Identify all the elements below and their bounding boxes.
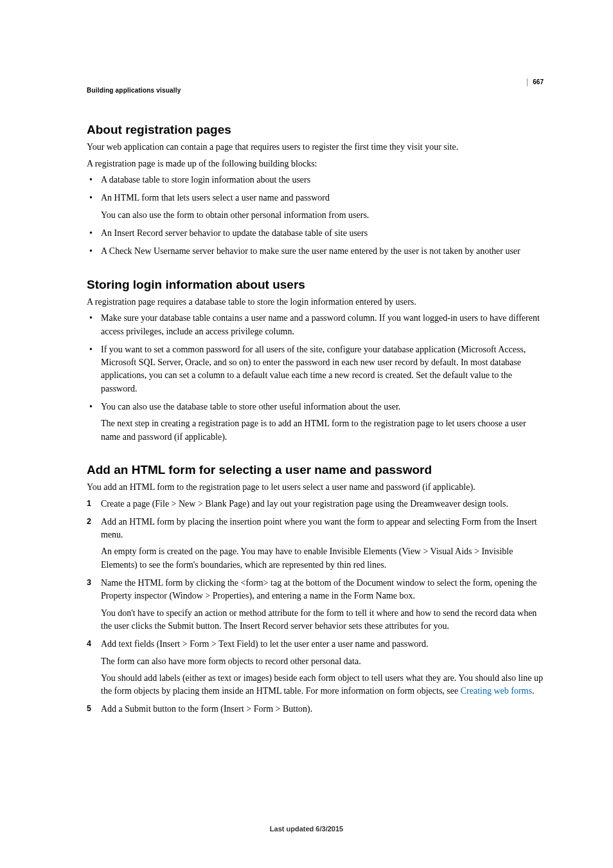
bullet-list: •A database table to store login informa… (87, 174, 544, 258)
page-number: 667 (527, 78, 544, 86)
body-text: A registration page is made up of the fo… (87, 158, 544, 170)
body-text: Your web application can contain a page … (87, 141, 544, 154)
list-subtext: An empty form is created on the page. Yo… (101, 545, 544, 572)
bullet-icon: • (89, 192, 93, 204)
list-item: •A database table to store login informa… (87, 174, 544, 186)
link-creating-web-forms[interactable]: Creating web forms (461, 686, 532, 696)
list-subtext: You can also use the form to obtain othe… (101, 209, 544, 222)
heading-about-registration: About registration pages (87, 123, 544, 137)
bullet-icon: • (89, 245, 93, 258)
list-subtext: The form can also have more form objects… (101, 655, 544, 668)
list-item: 2Add an HTML form by placing the inserti… (87, 516, 544, 572)
list-subtext: The next step in creating a registration… (101, 417, 544, 444)
numbered-list: 1Create a page (File > New > Blank Page)… (87, 498, 544, 716)
list-item: •An Insert Record server behavior to upd… (87, 227, 544, 240)
list-item: 5Add a Submit button to the form (Insert… (87, 703, 544, 716)
list-text: Add text fields (Insert > Form > Text Fi… (101, 639, 428, 649)
list-item: 3Name the HTML form by clicking the <for… (87, 577, 544, 633)
list-item: •You can also use the database table to … (87, 401, 544, 444)
list-item: •If you want to set a common password fo… (87, 343, 544, 395)
list-text: A Check New Username server behavior to … (101, 246, 520, 256)
list-text: If you want to set a common password for… (101, 345, 526, 393)
list-text: An Insert Record server behavior to upda… (101, 228, 368, 238)
step-number: 1 (87, 498, 91, 509)
step-number: 3 (87, 577, 91, 588)
list-text: Add a Submit button to the form (Insert … (101, 704, 312, 714)
bullet-list: •Make sure your database table contains … (87, 312, 544, 444)
list-text: You can also use the database table to s… (101, 402, 400, 411)
list-text: Name the HTML form by clicking the <form… (101, 578, 537, 601)
list-text: Make sure your database table contains a… (101, 313, 540, 336)
list-subtext-part: . (532, 686, 535, 696)
bullet-icon: • (89, 343, 93, 356)
body-text: A registration page requires a database … (87, 296, 544, 309)
bullet-icon: • (89, 227, 93, 240)
list-item: 4Add text fields (Insert > Form > Text F… (87, 638, 544, 698)
list-item: •A Check New Username server behavior to… (87, 245, 544, 258)
step-number: 4 (87, 638, 91, 649)
body-text: You add an HTML form to the registration… (87, 481, 544, 494)
page-container: 667 Building applications visually About… (0, 0, 613, 868)
bullet-icon: • (89, 312, 93, 325)
list-text: An HTML form that lets users select a us… (101, 193, 330, 203)
heading-add-html-form: Add an HTML form for selecting a user na… (87, 463, 544, 477)
list-item: •Make sure your database table contains … (87, 312, 544, 338)
bullet-icon: • (89, 401, 93, 413)
list-item: 1Create a page (File > New > Blank Page)… (87, 498, 544, 511)
list-text: Add an HTML form by placing the insertio… (101, 517, 537, 539)
list-item: •An HTML form that lets users select a u… (87, 192, 544, 222)
step-number: 2 (87, 516, 91, 527)
section-header: Building applications visually (87, 87, 544, 94)
list-subtext: You should add labels (either as text or… (101, 672, 544, 698)
heading-storing-login: Storing login information about users (87, 278, 544, 292)
list-text: Create a page (File > New > Blank Page) … (101, 499, 508, 509)
list-text: A database table to store login informat… (101, 175, 310, 185)
bullet-icon: • (89, 174, 93, 186)
page-footer: Last updated 6/3/2015 (0, 825, 613, 833)
list-subtext: You don't have to specify an action or m… (101, 607, 544, 633)
step-number: 5 (87, 703, 91, 714)
